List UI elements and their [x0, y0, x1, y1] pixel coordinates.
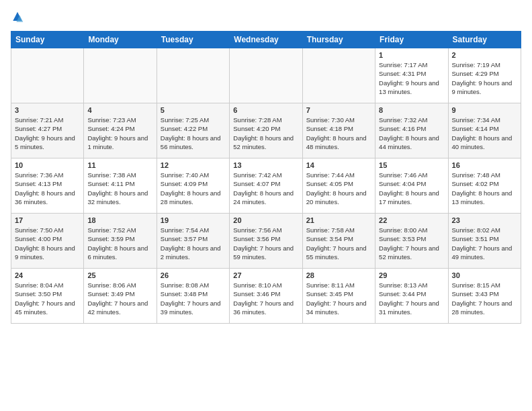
day-number: 12	[161, 161, 226, 169]
day-number: 27	[233, 271, 298, 279]
day-info: Sunrise: 7:23 AM Sunset: 4:24 PM Dayligh…	[87, 116, 152, 151]
calendar-cell: 18Sunrise: 7:52 AM Sunset: 3:59 PM Dayli…	[84, 214, 157, 269]
calendar-header-friday: Friday	[375, 32, 448, 48]
calendar-cell: 24Sunrise: 8:04 AM Sunset: 3:50 PM Dayli…	[11, 269, 84, 324]
day-number: 18	[87, 216, 152, 224]
day-number: 28	[306, 271, 371, 279]
day-number: 13	[233, 161, 298, 169]
calendar-cell: 7Sunrise: 7:30 AM Sunset: 4:18 PM Daylig…	[302, 103, 375, 158]
day-info: Sunrise: 8:15 AM Sunset: 3:43 PM Dayligh…	[452, 281, 517, 316]
calendar-cell: 6Sunrise: 7:28 AM Sunset: 4:20 PM Daylig…	[230, 103, 302, 158]
calendar-cell: 22Sunrise: 8:00 AM Sunset: 3:53 PM Dayli…	[375, 214, 448, 269]
day-info: Sunrise: 7:52 AM Sunset: 3:59 PM Dayligh…	[87, 226, 152, 261]
calendar-week-row: 3Sunrise: 7:21 AM Sunset: 4:27 PM Daylig…	[11, 103, 521, 158]
day-info: Sunrise: 7:34 AM Sunset: 4:14 PM Dayligh…	[452, 116, 517, 151]
day-info: Sunrise: 8:00 AM Sunset: 3:53 PM Dayligh…	[379, 226, 444, 261]
calendar-cell: 30Sunrise: 8:15 AM Sunset: 3:43 PM Dayli…	[448, 269, 521, 324]
day-number: 26	[161, 271, 226, 279]
day-info: Sunrise: 7:56 AM Sunset: 3:56 PM Dayligh…	[233, 226, 298, 261]
calendar-week-row: 1Sunrise: 7:17 AM Sunset: 4:31 PM Daylig…	[11, 48, 521, 103]
day-info: Sunrise: 7:25 AM Sunset: 4:22 PM Dayligh…	[161, 116, 226, 151]
day-number: 1	[379, 51, 444, 59]
day-info: Sunrise: 8:10 AM Sunset: 3:46 PM Dayligh…	[233, 281, 298, 316]
day-number: 8	[379, 106, 444, 114]
header	[11, 11, 521, 24]
calendar-cell	[157, 48, 229, 103]
day-number: 10	[15, 161, 80, 169]
day-info: Sunrise: 8:06 AM Sunset: 3:49 PM Dayligh…	[87, 281, 152, 316]
day-number: 9	[452, 106, 517, 114]
day-info: Sunrise: 7:21 AM Sunset: 4:27 PM Dayligh…	[15, 116, 80, 151]
page: SundayMondayTuesdayWednesdayThursdayFrid…	[0, 0, 532, 411]
calendar-cell: 11Sunrise: 7:38 AM Sunset: 4:11 PM Dayli…	[84, 158, 157, 214]
calendar-header-row: SundayMondayTuesdayWednesdayThursdayFrid…	[11, 32, 521, 48]
day-info: Sunrise: 7:19 AM Sunset: 4:29 PM Dayligh…	[452, 60, 517, 96]
calendar-cell: 26Sunrise: 8:08 AM Sunset: 3:48 PM Dayli…	[157, 269, 229, 324]
day-number: 25	[87, 271, 152, 279]
calendar-header-thursday: Thursday	[302, 32, 375, 48]
day-info: Sunrise: 8:11 AM Sunset: 3:45 PM Dayligh…	[306, 281, 371, 316]
day-number: 17	[15, 216, 80, 224]
day-number: 6	[233, 106, 298, 114]
calendar-cell: 27Sunrise: 8:10 AM Sunset: 3:46 PM Dayli…	[230, 269, 302, 324]
calendar-week-row: 10Sunrise: 7:36 AM Sunset: 4:13 PM Dayli…	[11, 158, 521, 214]
day-info: Sunrise: 8:08 AM Sunset: 3:48 PM Dayligh…	[161, 281, 226, 316]
calendar-header-saturday: Saturday	[448, 32, 521, 48]
day-info: Sunrise: 7:32 AM Sunset: 4:16 PM Dayligh…	[379, 116, 444, 151]
calendar-table: SundayMondayTuesdayWednesdayThursdayFrid…	[11, 31, 521, 324]
calendar-header-monday: Monday	[84, 32, 157, 48]
calendar-cell: 1Sunrise: 7:17 AM Sunset: 4:31 PM Daylig…	[375, 48, 448, 103]
calendar-cell: 21Sunrise: 7:58 AM Sunset: 3:54 PM Dayli…	[302, 214, 375, 269]
day-number: 24	[15, 271, 80, 279]
day-info: Sunrise: 7:30 AM Sunset: 4:18 PM Dayligh…	[306, 116, 371, 151]
day-info: Sunrise: 7:54 AM Sunset: 3:57 PM Dayligh…	[161, 226, 226, 261]
day-info: Sunrise: 7:17 AM Sunset: 4:31 PM Dayligh…	[379, 60, 444, 96]
calendar-cell: 19Sunrise: 7:54 AM Sunset: 3:57 PM Dayli…	[157, 214, 229, 269]
calendar-cell: 28Sunrise: 8:11 AM Sunset: 3:45 PM Dayli…	[302, 269, 375, 324]
calendar-header-sunday: Sunday	[11, 32, 84, 48]
day-number: 29	[379, 271, 444, 279]
day-number: 14	[306, 161, 371, 169]
calendar-cell	[11, 48, 84, 103]
calendar-cell: 15Sunrise: 7:46 AM Sunset: 4:04 PM Dayli…	[375, 158, 448, 214]
day-number: 21	[306, 216, 371, 224]
day-info: Sunrise: 7:46 AM Sunset: 4:04 PM Dayligh…	[379, 171, 444, 206]
day-info: Sunrise: 7:42 AM Sunset: 4:07 PM Dayligh…	[233, 171, 298, 206]
calendar-cell: 13Sunrise: 7:42 AM Sunset: 4:07 PM Dayli…	[230, 158, 302, 214]
day-info: Sunrise: 7:44 AM Sunset: 4:05 PM Dayligh…	[306, 171, 371, 206]
calendar-cell: 5Sunrise: 7:25 AM Sunset: 4:22 PM Daylig…	[157, 103, 229, 158]
day-info: Sunrise: 7:58 AM Sunset: 3:54 PM Dayligh…	[306, 226, 371, 261]
day-info: Sunrise: 8:02 AM Sunset: 3:51 PM Dayligh…	[452, 226, 517, 261]
day-info: Sunrise: 7:28 AM Sunset: 4:20 PM Dayligh…	[233, 116, 298, 151]
day-number: 3	[15, 106, 80, 114]
calendar-cell: 14Sunrise: 7:44 AM Sunset: 4:05 PM Dayli…	[302, 158, 375, 214]
day-info: Sunrise: 7:48 AM Sunset: 4:02 PM Dayligh…	[452, 171, 517, 206]
calendar-week-row: 17Sunrise: 7:50 AM Sunset: 4:00 PM Dayli…	[11, 214, 521, 269]
day-info: Sunrise: 7:50 AM Sunset: 4:00 PM Dayligh…	[15, 226, 80, 261]
calendar-cell	[302, 48, 375, 103]
calendar-cell: 17Sunrise: 7:50 AM Sunset: 4:00 PM Dayli…	[11, 214, 84, 269]
calendar-cell: 29Sunrise: 8:13 AM Sunset: 3:44 PM Dayli…	[375, 269, 448, 324]
day-number: 11	[87, 161, 152, 169]
calendar-cell: 12Sunrise: 7:40 AM Sunset: 4:09 PM Dayli…	[157, 158, 229, 214]
calendar-cell: 20Sunrise: 7:56 AM Sunset: 3:56 PM Dayli…	[230, 214, 302, 269]
calendar-cell: 16Sunrise: 7:48 AM Sunset: 4:02 PM Dayli…	[448, 158, 521, 214]
day-number: 4	[87, 106, 152, 114]
day-number: 30	[452, 271, 517, 279]
day-number: 20	[233, 216, 298, 224]
calendar-header-tuesday: Tuesday	[157, 32, 229, 48]
calendar-week-row: 24Sunrise: 8:04 AM Sunset: 3:50 PM Dayli…	[11, 269, 521, 324]
calendar-header-wednesday: Wednesday	[230, 32, 302, 48]
day-info: Sunrise: 8:13 AM Sunset: 3:44 PM Dayligh…	[379, 281, 444, 316]
calendar-cell: 8Sunrise: 7:32 AM Sunset: 4:16 PM Daylig…	[375, 103, 448, 158]
day-number: 2	[452, 51, 517, 59]
calendar-cell	[230, 48, 302, 103]
calendar-cell: 10Sunrise: 7:36 AM Sunset: 4:13 PM Dayli…	[11, 158, 84, 214]
logo	[11, 11, 27, 24]
logo-icon	[11, 11, 24, 24]
calendar-cell: 25Sunrise: 8:06 AM Sunset: 3:49 PM Dayli…	[84, 269, 157, 324]
day-number: 7	[306, 106, 371, 114]
day-number: 23	[452, 216, 517, 224]
calendar-cell: 4Sunrise: 7:23 AM Sunset: 4:24 PM Daylig…	[84, 103, 157, 158]
day-number: 16	[452, 161, 517, 169]
